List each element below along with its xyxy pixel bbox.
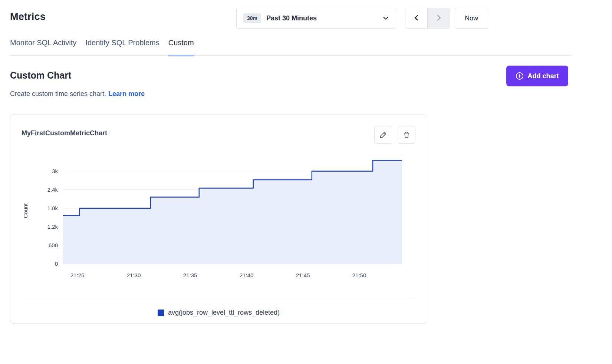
x-tick-label: 21:30 [127,272,141,278]
chart-svg: 06001.2k1.8k2.4k3k21:2521:3021:3521:4021… [22,155,417,285]
time-series-chart: 06001.2k1.8k2.4k3k21:2521:3021:3521:4021… [22,155,417,285]
next-interval-button[interactable] [428,8,450,28]
pencil-icon [379,131,387,139]
y-tick-label: 3k [52,168,58,174]
section-title: Custom Chart [10,70,71,81]
y-axis-title: Count [22,203,29,218]
custom-chart-card: MyFirstCustomMetricChart 06001.2k1.8k2.4… [10,114,427,324]
chevron-left-icon [413,14,420,22]
y-tick-label: 2.4k [47,186,58,193]
chart-title: MyFirstCustomMetricChart [22,129,107,137]
tab-custom[interactable]: Custom [168,39,194,56]
legend-swatch [158,310,164,316]
time-range-dropdown[interactable]: 30m Past 30 Minutes [236,8,396,29]
edit-chart-button[interactable] [374,126,392,144]
now-button[interactable]: Now [455,8,488,29]
trash-icon-button[interactable] [398,126,415,144]
learn-more-link[interactable]: Learn more [108,90,145,97]
chevron-down-icon [382,15,389,21]
chevron-right-icon [435,14,442,22]
x-tick-label: 21:40 [240,272,254,278]
time-range-badge: 30m [243,13,261,23]
plus-circle-icon [516,72,524,80]
page-title: Metrics [10,11,46,23]
add-chart-label: Add chart [527,72,559,80]
metrics-page: Metrics 30m Past 30 Minutes Now Monitor … [0,0,612,364]
trash-icon [402,131,411,139]
x-tick-label: 21:50 [352,272,366,278]
tab-identify-sql-problems[interactable]: Identify SQL Problems [85,39,159,56]
x-tick-label: 21:25 [70,272,85,278]
y-tick-label: 1.8k [47,205,58,211]
tabs-divider [9,55,572,56]
time-step-group [405,8,450,29]
y-tick-label: 600 [49,242,58,248]
add-chart-button[interactable]: Add chart [506,66,568,86]
series-area [63,161,402,264]
legend-label: avg(jobs_row_level_ttl_rows_deleted) [168,309,280,317]
time-range-label: Past 30 Minutes [266,14,317,22]
previous-interval-button[interactable] [405,8,428,28]
card-divider [22,299,417,299]
x-tick-label: 21:45 [296,272,310,278]
x-tick-label: 21:35 [183,272,197,278]
section-description-text: Create custom time series chart. [10,90,106,97]
tab-bar: Monitor SQL Activity Identify SQL Proble… [10,39,194,56]
chart-legend: avg(jobs_row_level_ttl_rows_deleted) [10,309,427,317]
y-tick-label: 1.2k [47,224,58,230]
y-tick-label: 0 [55,261,58,267]
tab-monitor-sql-activity[interactable]: Monitor SQL Activity [10,39,76,56]
section-description: Create custom time series chart.Learn mo… [10,90,145,98]
